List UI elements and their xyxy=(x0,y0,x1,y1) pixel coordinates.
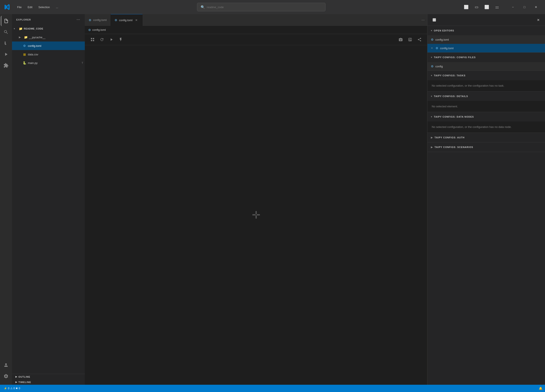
activity-search[interactable] xyxy=(1,27,11,37)
move-cursor-icon: ✛ xyxy=(252,209,260,221)
outline-section-header[interactable]: ▶ OUTLINE xyxy=(12,374,85,379)
gear-icon: ⚙ xyxy=(431,65,434,68)
taipy-data-nodes-header[interactable]: ▾ TAIPY CONFIGS: DATA NODES xyxy=(427,112,545,121)
titlebar-menu: File Edit Selection ... xyxy=(15,5,61,10)
chevron-down-icon: ▾ xyxy=(431,95,432,98)
customize-layout-btn[interactable]: ⚏ xyxy=(493,3,501,11)
open-editors-body: ⚙ config.toml ✕ ⚙ config.toml xyxy=(427,35,545,52)
panel-icon-button[interactable] xyxy=(431,17,438,23)
tab-config-toml-1[interactable]: ⚙ config.toml xyxy=(85,14,111,26)
maximize-button[interactable]: □ xyxy=(519,3,530,11)
layout-button[interactable] xyxy=(406,35,414,44)
share-button[interactable] xyxy=(415,35,424,44)
open-editors-header[interactable]: ▾ OPEN EDITORS xyxy=(427,26,545,35)
main-area: EXPLORER ··· ▾ 📁 README_CODE ▶ 📁 __pycac… xyxy=(0,14,545,385)
right-panel-header: ✕ xyxy=(427,14,545,26)
section-open-editors: ▾ OPEN EDITORS ⚙ config.toml ✕ ⚙ config.… xyxy=(427,26,545,53)
chevron-right-icon: ▶ xyxy=(431,136,433,139)
config-item[interactable]: ⚙ config xyxy=(427,62,545,71)
open-editor-item-1[interactable]: ⚙ config.toml xyxy=(427,35,545,44)
notification-bell[interactable]: 🔔 xyxy=(539,387,542,390)
open-editor-item-2[interactable]: ✕ ⚙ config.toml xyxy=(427,44,545,52)
editor-area: ⚙ config.toml ⚙ config.toml ✕ ··· ⚙ conf… xyxy=(85,14,427,385)
taipy-details-body: No selected element. xyxy=(427,101,545,112)
search-input[interactable] xyxy=(207,6,322,9)
close-button[interactable]: ✕ xyxy=(530,3,542,11)
vscode-logo-icon xyxy=(3,4,10,11)
menu-selection[interactable]: Selection xyxy=(36,5,52,10)
file-tree: ▾ 📁 README_CODE ▶ 📁 __pycache__ ⚙ config… xyxy=(12,24,85,374)
warning-icon: ⚠ xyxy=(10,387,13,390)
taipy-details-header[interactable]: ▾ TAIPY CONFIGS: DETAILS xyxy=(427,91,545,101)
tree-item-main-py[interactable]: 🐍 main.py T xyxy=(12,59,85,67)
tree-folder-readme[interactable]: ▾ 📁 README_CODE xyxy=(12,24,85,33)
tab-label: config.toml xyxy=(119,19,133,22)
close-icon[interactable]: ✕ xyxy=(431,47,433,50)
breadcrumb: ⚙ config.toml xyxy=(85,26,427,34)
taipy-tasks-header[interactable]: ▾ TAIPY CONFIGS: TASKS xyxy=(427,71,545,80)
menu-edit[interactable]: Edit xyxy=(25,5,35,10)
python-icon: 🐍 xyxy=(22,61,27,65)
tree-item-badge: T xyxy=(82,62,83,64)
right-panel: ✕ ▾ OPEN EDITORS ⚙ config.toml ✕ ⚙ xyxy=(427,14,545,385)
run-button[interactable] xyxy=(107,35,116,44)
folder-icon: 📁 xyxy=(24,36,28,39)
sidebar-more-button[interactable]: ··· xyxy=(75,17,81,23)
tab-more-button[interactable]: ··· xyxy=(419,14,427,26)
bolt-button[interactable] xyxy=(117,35,125,44)
timeline-section-header[interactable]: ▶ TIMELINE xyxy=(12,379,85,385)
open-editor-label: config.toml xyxy=(440,47,453,50)
section-taipy-auth: ▶ TAIPY CONFIGS: AUTH xyxy=(427,133,545,142)
breadcrumb-file: config.toml xyxy=(92,28,106,31)
chevron-down-icon: ▾ xyxy=(431,56,432,59)
panel-close-button[interactable]: ✕ xyxy=(535,17,542,23)
gear-icon: ⚙ xyxy=(22,44,27,48)
menu-more[interactable]: ... xyxy=(53,5,61,10)
activity-extensions[interactable] xyxy=(1,60,11,71)
tab-config-toml-2[interactable]: ⚙ config.toml ✕ xyxy=(111,14,143,26)
sidebar-header-icons: ··· xyxy=(75,17,81,23)
section-taipy-data-nodes: ▾ TAIPY CONFIGS: DATA NODES No selected … xyxy=(427,112,545,133)
taipy-scenarios-title: TAIPY CONFIGS: SCENARIOS xyxy=(434,146,473,148)
refresh-button[interactable] xyxy=(98,35,106,44)
editor-canvas: ✛ xyxy=(85,45,427,385)
activity-bar xyxy=(0,14,12,385)
error-icon: ⚡ xyxy=(4,387,7,390)
folder-icon: 📁 xyxy=(19,27,23,30)
menu-file[interactable]: File xyxy=(15,5,24,10)
taipy-details-empty: No selected element. xyxy=(432,105,458,108)
activity-settings[interactable] xyxy=(1,371,11,381)
open-editors-title: OPEN EDITORS xyxy=(434,29,454,32)
tree-item-label: main.py xyxy=(28,61,38,65)
editor-layout-btn[interactable]: ▭ xyxy=(472,3,481,11)
tree-item-config-toml[interactable]: ⚙ config.toml xyxy=(12,42,85,50)
info-icon: ✖ xyxy=(16,387,18,390)
chevron-right-icon: ▶ xyxy=(431,146,433,149)
sidebar-layout-btn[interactable]: ⬜ xyxy=(462,3,471,11)
status-info-count: 0 xyxy=(19,387,20,390)
grid-view-button[interactable] xyxy=(88,35,97,44)
taipy-scenarios-header[interactable]: ▶ TAIPY CONFIGS: SCENARIOS xyxy=(427,142,545,152)
search-icon: 🔍 xyxy=(201,5,205,9)
activity-account[interactable] xyxy=(1,360,11,370)
tab-close-button[interactable]: ✕ xyxy=(134,18,139,22)
activity-source-control[interactable] xyxy=(1,38,11,48)
chevron-right-icon: ▶ xyxy=(15,381,17,383)
taipy-tasks-body: No selected configuration, or the config… xyxy=(427,80,545,91)
taipy-auth-header[interactable]: ▶ TAIPY CONFIGS: AUTH xyxy=(427,133,545,142)
taipy-config-files-header[interactable]: ▾ TAIPY CONFIGS: CONFIG FILES xyxy=(427,53,545,62)
split-layout-btn[interactable]: ⬜ xyxy=(483,3,491,11)
chevron-right-icon: ▶ xyxy=(19,36,23,39)
activity-explorer[interactable] xyxy=(1,16,11,26)
minimize-button[interactable]: − xyxy=(507,3,518,11)
taipy-data-nodes-body: No selected configuration, or the config… xyxy=(427,121,545,133)
tree-item-data-csv[interactable]: ▦ data.csv xyxy=(12,50,85,59)
camera-button[interactable] xyxy=(396,35,405,44)
tree-item-pycache[interactable]: ▶ 📁 __pycache__ xyxy=(12,33,85,42)
search-box[interactable]: 🔍 xyxy=(197,3,326,11)
sidebar-title: EXPLORER xyxy=(16,18,31,21)
sidebar: EXPLORER ··· ▾ 📁 README_CODE ▶ 📁 __pycac… xyxy=(12,14,85,385)
activity-run[interactable] xyxy=(1,49,11,60)
status-errors[interactable]: ⚡ 0 ⚠ 0 ✖ 0 xyxy=(3,386,21,390)
taipy-tasks-title: TAIPY CONFIGS: TASKS xyxy=(434,74,465,77)
